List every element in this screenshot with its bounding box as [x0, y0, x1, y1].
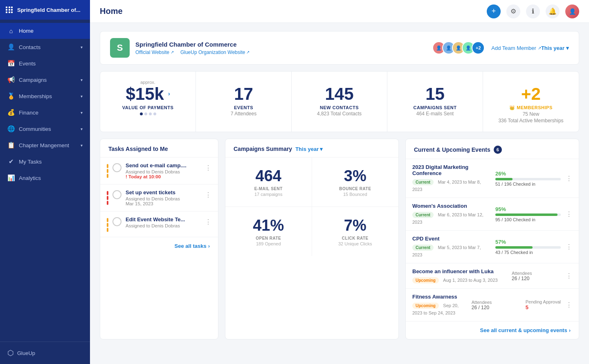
arrow-right-icon: › [208, 243, 210, 249]
sidebar-org-name: Springfield Chamber of... [17, 7, 81, 13]
sidebar-item-finance[interactable]: 💰 Finance ▾ [0, 104, 90, 121]
stat-sublabel: 👑 MEMBERSHIPS [493, 105, 569, 110]
external-link-icon: ↗ [538, 46, 541, 50]
event-info: Fitness Awarness Upcoming Sep 20, 2023 t… [412, 294, 467, 316]
memberships-icon: 🏅 [7, 92, 15, 100]
notifications-button[interactable]: 🔔 [546, 4, 560, 18]
sidebar-item-memberships[interactable]: 🏅 Memberships ▾ [0, 88, 90, 104]
user-avatar[interactable]: 👤 [565, 4, 579, 18]
content-area: S Springfield Chamber of Commerce Offici… [90, 23, 589, 364]
stat-chevron[interactable]: › [168, 91, 170, 97]
org-card: S Springfield Chamber of Commerce Offici… [100, 31, 579, 65]
topbar-actions: + ⚙ ℹ 🔔 👤 [487, 4, 579, 18]
task-assignee: Assigned to Denis Dobras [126, 169, 201, 174]
bottom-grid: Tasks Assigned to Me Send out e-mail cam… [100, 139, 579, 339]
campaigns-icon: 📢 [7, 76, 15, 83]
sidebar-item-home[interactable]: ⌂ Home [0, 23, 90, 39]
task-menu-button[interactable]: ⋮ [205, 218, 211, 226]
see-all-tasks-link[interactable]: See all tasks › [100, 237, 218, 255]
event-progress: 26% 51 / 196 Checked in [495, 171, 561, 186]
event-name: 2023 Digital Marketing Conference [412, 164, 490, 176]
sidebar-item-campaigns[interactable]: 📢 Campaigns ▾ [0, 72, 90, 88]
event-progress-bar-bg [495, 246, 561, 249]
chevron-down-icon: ▾ [81, 78, 83, 82]
sidebar-item-label: Finance [19, 110, 38, 116]
task-checkbox[interactable] [112, 163, 121, 172]
stat-value: $15k › [110, 85, 186, 103]
task-item: Send out e-mail camp.... Assigned to Den… [100, 157, 218, 184]
attendees-label: Attendees [512, 271, 561, 276]
this-year-filter[interactable]: This year ▾ [541, 45, 569, 51]
campaign-stat-click-rate: 7% CLICK RATE 32 Unique Clicks [312, 207, 399, 256]
sidebar-item-chapter-management[interactable]: 📋 Chapter Mangement ▾ [0, 137, 90, 153]
add-button[interactable]: + [487, 4, 501, 18]
stat-sub: 32 Unique Clicks [320, 241, 391, 246]
glueup-logo-icon: ⬡ [7, 348, 14, 357]
event-menu-button[interactable]: ⋮ [566, 272, 572, 280]
settings-button[interactable]: ⚙ [506, 4, 520, 18]
sidebar-item-label: Events [19, 61, 36, 67]
event-item: Fitness Awarness Upcoming Sep 20, 2023 t… [406, 289, 579, 321]
event-item: 2023 Digital Marketing Conference Curren… [406, 159, 579, 198]
stat-payments: approx. $15k › VALUE OF PAYMENTS [100, 72, 196, 132]
tasks-icon: ✔ [7, 158, 15, 165]
sidebar-item-communities[interactable]: 🌐 Communities ▾ [0, 121, 90, 137]
see-all-events-link[interactable]: See all current & upcoming events › [406, 321, 579, 339]
task-menu-button[interactable]: ⋮ [205, 191, 211, 199]
main-content: Home + ⚙ ℹ 🔔 👤 S Springfield Chamber of … [90, 0, 589, 364]
sidebar-header[interactable]: Springfield Chamber of... [0, 0, 90, 20]
official-website-link[interactable]: Official Website ↗ [135, 49, 174, 55]
task-assignee: Assigned to Denis Dobras [126, 196, 201, 201]
stat-value: 41% [234, 217, 303, 234]
sidebar-item-my-tasks[interactable]: ✔ My Tasks [0, 153, 90, 170]
event-info: 2023 Digital Marketing Conference Curren… [412, 164, 490, 193]
task-menu-button[interactable]: ⋮ [205, 164, 211, 172]
attendees-count: 26 / 120 [472, 305, 521, 310]
external-link-icon: ↗ [246, 50, 250, 54]
chevron-down-icon: ▾ [81, 143, 83, 148]
campaigns-year-filter[interactable]: This year ▾ [295, 146, 323, 152]
event-menu-button[interactable]: ⋮ [566, 243, 572, 251]
sidebar-item-label: Communities [19, 126, 51, 132]
event-name: CPD Event [412, 236, 490, 242]
attendees-label: Attendees [472, 300, 521, 305]
external-link-icon: ↗ [171, 50, 174, 54]
add-team-member-button[interactable]: Add Team Member ↗ [491, 45, 541, 51]
event-meta: Current Mar 5, 2023 to Mar 7, 2023 [412, 243, 490, 258]
stat-events: 17 EVENTS 7 Attendees [196, 72, 292, 132]
event-menu-button[interactable]: ⋮ [566, 301, 572, 309]
org-links: Official Website ↗ GlueUp Organization W… [135, 49, 424, 55]
event-progress-bar-bg [495, 178, 561, 180]
sidebar-item-label: Home [19, 28, 34, 34]
event-checked-in: 43 / 75 Checked in [495, 250, 561, 255]
sidebar-item-analytics[interactable]: 📊 Analytics [0, 170, 90, 186]
sidebar-item-label: Contacts [19, 44, 40, 50]
stat-contacts: 145 NEW CONTACTS 4,823 Total Contacts [292, 72, 387, 132]
event-progress-bar [495, 246, 533, 249]
sidebar-item-events[interactable]: 📅 Events [0, 55, 90, 72]
events-header: Current & Upcoming Events 6 [406, 139, 579, 159]
event-menu-button[interactable]: ⋮ [566, 210, 572, 218]
sidebar-nav: ⌂ Home 👤 Contacts ▾ 📅 Events 📢 Campaigns… [0, 20, 90, 342]
event-item: CPD Event Current Mar 5, 2023 to Mar 7, … [406, 231, 579, 263]
task-checkbox[interactable] [112, 190, 121, 199]
contacts-icon: 👤 [7, 43, 15, 51]
arrow-right-icon: › [569, 327, 571, 333]
event-menu-button[interactable]: ⋮ [566, 175, 572, 182]
stat-label: E-MAIL SENT [234, 186, 303, 191]
task-checkbox[interactable] [112, 217, 121, 226]
task-due-date: ! Today at 10:00 [126, 174, 201, 179]
event-info: Women's Association Current Mar 6, 2023 … [412, 203, 490, 225]
chevron-down-icon: ▾ [320, 146, 323, 152]
task-title: Edit Event Website Te... [126, 216, 201, 222]
task-priority-indicator [107, 164, 108, 178]
chevron-down-icon: ▾ [81, 45, 83, 49]
stat-value: 7% [320, 217, 391, 234]
event-progress-pct: 95% [495, 206, 561, 212]
tasks-header: Tasks Assigned to Me [100, 139, 218, 157]
event-status-badge: Current [412, 245, 434, 251]
sidebar-item-contacts[interactable]: 👤 Contacts ▾ [0, 39, 90, 55]
event-attendees: Attendees 26 / 120 [472, 300, 521, 310]
info-button[interactable]: ℹ [526, 4, 540, 18]
glueup-website-link[interactable]: GlueUp Organization Website ↗ [180, 49, 250, 55]
